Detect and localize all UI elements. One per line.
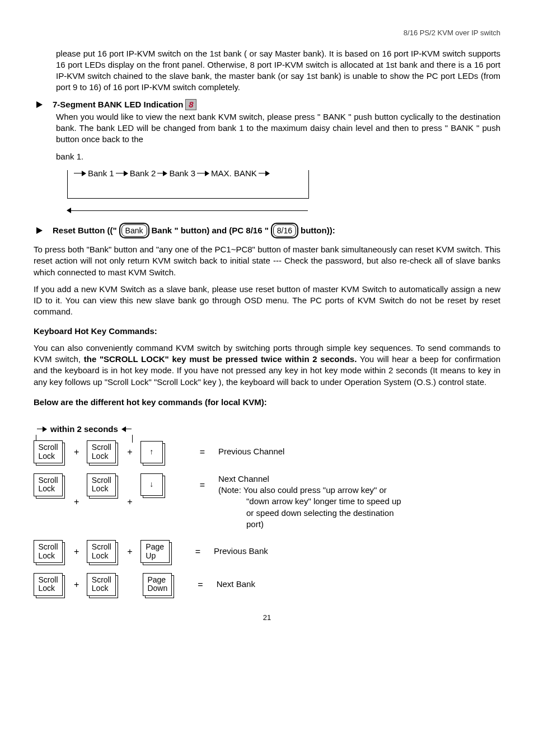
page-down-key: Page Down (143, 573, 172, 596)
keyboard-hotkey-paragraph: You can also conveniently command KVM sw… (34, 342, 500, 388)
flow-bank3: Bank 3 (169, 168, 195, 179)
flow-bank1: Bank 1 (88, 168, 114, 179)
bank-button-icon: Bank (119, 223, 149, 238)
equals-symbol: = (195, 546, 200, 558)
hotkey-row-prev-bank: Scroll Lock + Scroll Lock + Page Up = Pr… (34, 540, 500, 563)
plus-symbol: + (74, 579, 79, 591)
scroll-lock-key: Scroll Lock (87, 473, 116, 496)
seven-seg-paragraph-end: bank 1. (56, 151, 500, 162)
down-arrow-key: ↓ (140, 473, 163, 496)
page-up-key: Page Up (140, 540, 170, 563)
plus-symbol: + (74, 496, 79, 508)
plus-symbol: + (74, 446, 79, 458)
equals-symbol: = (198, 579, 203, 591)
hotkey-row-next-channel: Scroll Lock + Scroll Lock + ↓ = Next Cha… (34, 473, 500, 530)
desc-next-bank: Next Bank (217, 579, 255, 590)
up-arrow-key: ↑ (140, 441, 163, 463)
plus-symbol: + (127, 496, 132, 508)
seven-seg-heading-row: 7-Segment BANK LED Indication 8 (36, 99, 500, 110)
reset-paragraph-1: To press both "Bank" button and "any one… (34, 244, 500, 278)
reset-pre: Reset Button ((" (53, 225, 117, 236)
intro-paragraph: please put 16 port IP-KVM switch on the … (56, 48, 500, 93)
desc-prev-bank: Previous Bank (214, 546, 268, 557)
hotkey-row-prev-channel: Scroll Lock + Scroll Lock + ↑ = Previous… (34, 440, 500, 463)
reset-button-heading: Reset Button ((" Bank Bank " button) and… (36, 223, 500, 238)
hotkey-area: within 2 seconds Scroll Lock + Scroll Lo… (34, 421, 500, 596)
scroll-lock-key: Scroll Lock (34, 440, 63, 463)
equals-symbol: = (200, 446, 205, 458)
bank-flow-diagram: Bank 1 Bank 2 Bank 3 MAX. BANK (67, 168, 500, 217)
seven-seg-led-icon: 8 (185, 99, 196, 110)
desc-prev-channel: Previous Channel (218, 446, 284, 457)
keyboard-hotkey-heading: Keyboard Hot Key Commands: (34, 326, 500, 337)
within-2-seconds-label: within 2 seconds (36, 424, 133, 435)
plus-symbol: + (127, 546, 132, 558)
equals-symbol: = (200, 479, 205, 491)
hotkey-row-next-bank: Scroll Lock + Scroll Lock Page Down = Ne… (34, 573, 500, 596)
bullet-triangle-icon (36, 101, 43, 108)
desc-next-channel: Next Channel (Note: You also could press… (218, 473, 401, 530)
flow-bank2: Bank 2 (130, 168, 156, 179)
pc816-button-icon: 8/16 (271, 223, 298, 238)
scroll-lock-key: Scroll Lock (34, 473, 63, 496)
scroll-lock-key: Scroll Lock (87, 573, 116, 596)
page-header: 8/16 PS/2 KVM over IP switch (34, 28, 500, 38)
below-heading: Below are the different hot key commands… (34, 397, 500, 408)
flow-maxbank: MAX. BANK (211, 168, 257, 179)
reset-mid: Bank " button) and (PC 8/16 " (152, 225, 269, 236)
scroll-lock-key: Scroll Lock (87, 440, 116, 463)
reset-post: button)): (301, 225, 335, 236)
reset-paragraph-2: If you add a new KVM Switch as a slave b… (34, 284, 500, 318)
scroll-lock-key: Scroll Lock (87, 540, 116, 563)
page-number: 21 (34, 613, 500, 623)
scroll-lock-key: Scroll Lock (34, 573, 63, 596)
plus-symbol: + (127, 446, 132, 458)
seven-seg-title: 7-Segment BANK LED Indication (53, 99, 183, 110)
plus-symbol: + (74, 546, 79, 558)
bullet-triangle-icon (36, 227, 43, 234)
scroll-lock-key: Scroll Lock (34, 540, 63, 563)
seven-seg-paragraph: When you would like to view the next ban… (56, 111, 500, 145)
